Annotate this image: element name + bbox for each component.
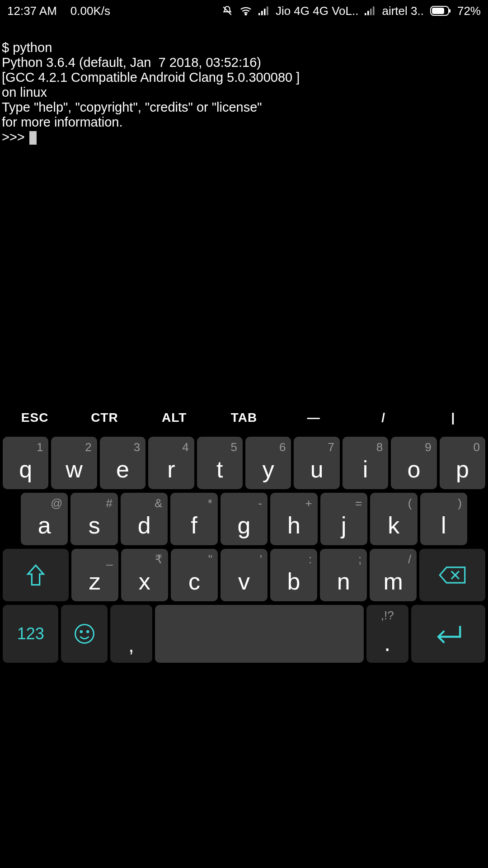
svg-point-14 [87,631,89,632]
key-t[interactable]: 5t [197,437,243,489]
key-hint: @ [51,496,62,510]
key-d[interactable]: &d [121,493,168,545]
smiley-icon [74,623,95,645]
key-f[interactable]: *f [170,493,217,545]
backspace-icon [438,565,467,585]
svg-rect-11 [449,9,450,13]
key-label: r [167,456,175,483]
key-label: d [138,512,151,539]
key-j[interactable]: =j [320,493,367,545]
key-label: f [191,512,197,539]
svg-rect-1 [258,13,260,15]
key-backspace[interactable] [419,549,485,601]
key-space[interactable] [155,605,364,663]
key-alt[interactable]: ALT [140,403,209,432]
key-label: n [337,568,350,595]
terminal-line: Type "help", "copyright", "credits" or "… [2,100,262,114]
key-numswitch[interactable]: 123 [3,605,58,663]
key-hint: " [208,552,212,566]
key-z[interactable]: _z [71,549,118,601]
key-comma[interactable]: , [110,605,152,663]
key-o[interactable]: 9o [391,437,436,489]
key-hint: 5 [231,440,237,454]
period-label: . [384,629,390,656]
key-label: s [89,512,100,539]
key-label: q [19,456,32,483]
key-hint: # [106,496,112,510]
key-hint: / [408,552,411,566]
comma-label: , [128,634,134,656]
svg-point-13 [80,631,82,632]
svg-rect-2 [261,11,263,15]
svg-rect-8 [373,6,375,15]
key-hint: 2 [85,440,91,454]
key-hint: ; [358,552,361,566]
key-enter[interactable] [411,605,485,663]
key-hint: 4 [182,440,188,454]
status-network-2: airtel 3.. [382,4,424,18]
key-label: h [287,512,300,539]
status-time: 12:37 AM [7,4,57,18]
extra-key-row: ESC CTR ALT TAB — / | [0,403,488,432]
terminal-line: for more information. [2,115,123,129]
key-label: w [66,456,83,483]
key-m[interactable]: /m [370,549,417,601]
key-l[interactable]: )l [420,493,467,545]
key-u[interactable]: 7u [294,437,339,489]
key-label: b [287,568,300,595]
key-dash[interactable]: — [279,403,348,432]
key-label: e [116,456,129,483]
key-label: k [388,512,399,539]
key-hint: - [258,496,263,510]
key-r[interactable]: 4r [148,437,194,489]
key-q[interactable]: 1q [3,437,48,489]
terminal-line: on linux [2,85,47,99]
key-h[interactable]: +h [270,493,317,545]
key-k[interactable]: (k [370,493,417,545]
key-period[interactable]: ,!? . [366,605,408,663]
key-hint: ) [458,496,462,510]
mute-icon [221,5,233,17]
key-shift[interactable] [3,549,69,601]
key-b[interactable]: :b [270,549,317,601]
key-e[interactable]: 3e [100,437,145,489]
terminal-line: Python 3.6.4 (default, Jan 7 2018, 03:52… [2,55,261,70]
terminal-prompt: >>> [2,130,28,144]
key-hint: 0 [474,440,480,454]
key-a[interactable]: @a [21,493,68,545]
key-label: i [363,456,368,483]
key-n[interactable]: ;n [320,549,367,601]
terminal-output[interactable]: $ python Python 3.6.4 (default, Jan 7 20… [0,22,488,148]
key-pipe[interactable]: | [418,403,488,432]
key-hint: 1 [37,440,43,454]
key-tab[interactable]: TAB [209,403,279,432]
key-slash[interactable]: / [348,403,418,432]
key-hint: = [355,496,362,510]
key-emoji[interactable] [61,605,108,663]
key-s[interactable]: #s [70,493,117,545]
key-i[interactable]: 8i [343,437,388,489]
key-w[interactable]: 2w [51,437,97,489]
status-speed: 0.00K/s [70,4,110,18]
key-c[interactable]: "c [171,549,218,601]
key-label: a [38,512,51,539]
terminal-line: $ python [2,40,52,55]
key-hint: 3 [134,440,140,454]
numswitch-label: 123 [17,624,44,643]
wifi-icon [239,6,252,15]
keyboard-row-2: @a#s&d*f-g+h=j(k)l [2,493,486,545]
key-g[interactable]: -g [221,493,267,545]
terminal-line: [GCC 4.2.1 Compatible Android Clang 5.0.… [2,70,300,85]
terminal-cursor [29,131,37,145]
key-esc[interactable]: ESC [0,403,70,432]
key-v[interactable]: 'v [221,549,267,601]
key-x[interactable]: ₹x [121,549,168,601]
key-p[interactable]: 0p [440,437,485,489]
svg-rect-5 [365,13,366,15]
signal-icon-1 [258,6,269,15]
key-ctrl[interactable]: CTR [70,403,139,432]
keyboard-row-1: 1q2w3e4r5t6y7u8i9o0p [2,437,486,489]
key-y[interactable]: 6y [245,437,291,489]
key-label: u [310,456,324,483]
svg-rect-10 [432,8,444,14]
